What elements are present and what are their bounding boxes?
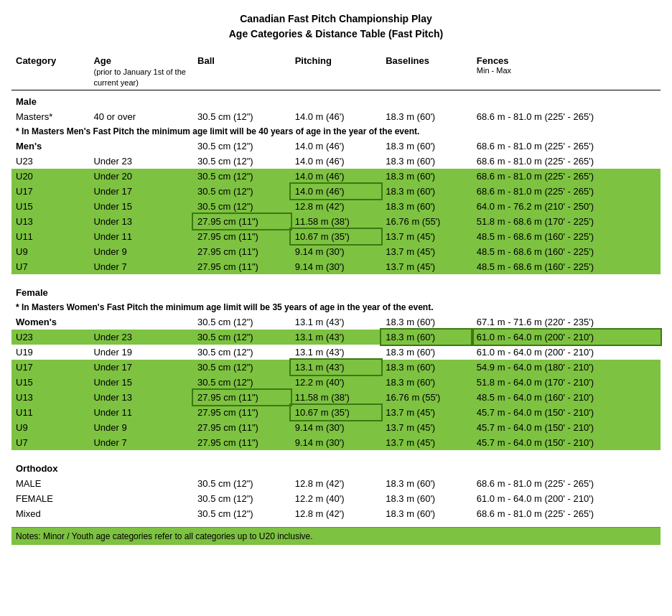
cell-fences: 48.5 m - 68.6 m (160' - 225') [472,229,661,244]
table-row: U17Under 1730.5 cm (12")14.0 m (46')18.3… [11,184,661,199]
table-row: U23Under 2330.5 cm (12")14.0 m (46')18.3… [11,154,661,169]
cell-fences: 45.7 m - 64.0 m (150' - 210') [472,420,661,435]
table-row: U7Under 727.95 cm (11")9.14 m (30')13.7 … [11,259,661,274]
cell-baselines: 16.76 m (55') [381,214,472,229]
table-row: U19Under 1930.5 cm (12")13.1 m (43')18.3… [11,345,661,360]
cell-baselines: 16.76 m (55') [381,390,472,405]
cell-pitching: 10.67 m (35') [291,229,382,244]
cell-category: U7 [11,435,89,450]
cell-fences: 64.0 m - 76.2 m (210' - 250') [472,199,661,214]
cell-baselines: 18.3 m (60') [381,506,472,521]
cell-fences: 67.1 m - 71.6 m (220' - 235') [472,314,661,330]
table-row: U9Under 927.95 cm (11")9.14 m (30')13.7 … [11,244,661,259]
cell-category: U17 [11,360,89,375]
cell-baselines: 18.3 m (60') [381,109,472,124]
header-fences: Fences Min - Max [472,53,661,90]
cell-age: Under 7 [89,259,193,274]
table-row: Masters*40 or over30.5 cm (12")14.0 m (4… [11,109,661,124]
cell-fences: 45.7 m - 64.0 m (150' - 210') [472,405,661,420]
cell-age: Under 7 [89,435,193,450]
header-category: Category [11,53,89,90]
cell-pitching: 12.8 m (42') [291,199,382,214]
cell-category: U9 [11,244,89,259]
notes-row: Notes: Minor / Youth age categories refe… [11,527,661,545]
cell-category: U11 [11,405,89,420]
cell-fences: 68.6 m - 81.0 m (225' - 265') [472,139,661,154]
cell-pitching: 10.67 m (35') [291,405,382,420]
cell-category: U7 [11,259,89,274]
cell-fences: 68.6 m - 81.0 m (225' - 265') [472,109,661,124]
table-row: Women's30.5 cm (12")13.1 m (43')18.3 m (… [11,314,661,330]
table-row: MALE30.5 cm (12")12.8 m (42')18.3 m (60'… [11,476,661,491]
cell-ball: 30.5 cm (12") [193,330,291,345]
cell-fences: 48.5 m - 68.6 m (160' - 225') [472,259,661,274]
cell-category: U17 [11,184,89,199]
cell-baselines: 13.7 m (45') [381,420,472,435]
table-row: U17Under 1730.5 cm (12")13.1 m (43')18.3… [11,360,661,375]
cell-age: Under 17 [89,360,193,375]
cell-age: Under 13 [89,214,193,229]
cell-ball: 30.5 cm (12") [193,360,291,375]
cell-category: Men's [11,139,89,154]
cell-pitching: 13.1 m (43') [291,345,382,360]
cell-pitching: 14.0 m (46') [291,184,382,199]
page-title: Canadian Fast Pitch Championship Play Ag… [11,11,661,42]
cell-category: FEMALE [11,491,89,506]
cell-pitching: 13.1 m (43') [291,330,382,345]
cell-category: U13 [11,214,89,229]
cell-fences: 68.6 m - 81.0 m (225' - 265') [472,476,661,491]
cell-age: 40 or over [89,109,193,124]
cell-fences: 51.8 m - 64.0 m (170' - 210') [472,375,661,390]
section-header: Female [11,281,661,300]
cell-fences: 51.8 m - 68.6 m (170' - 225') [472,214,661,229]
cell-baselines: 13.7 m (45') [381,244,472,259]
cell-ball: 27.95 cm (11") [193,435,291,450]
cell-category: U15 [11,375,89,390]
cell-baselines: 18.3 m (60') [381,375,472,390]
table-row: U15Under 1530.5 cm (12")12.8 m (42')18.3… [11,199,661,214]
cell-age [89,139,193,154]
cell-age: Under 23 [89,154,193,169]
cell-baselines: 18.3 m (60') [381,330,472,345]
cell-ball: 30.5 cm (12") [193,476,291,491]
cell-age: Under 9 [89,244,193,259]
cell-ball: 27.95 cm (11") [193,259,291,274]
cell-pitching: 14.0 m (46') [291,154,382,169]
cell-age [89,314,193,330]
cell-ball: 30.5 cm (12") [193,345,291,360]
cell-age: Under 15 [89,199,193,214]
cell-baselines: 18.3 m (60') [381,184,472,199]
cell-ball: 30.5 cm (12") [193,184,291,199]
cell-ball: 27.95 cm (11") [193,229,291,244]
cell-ball: 30.5 cm (12") [193,506,291,521]
cell-ball: 30.5 cm (12") [193,139,291,154]
spacer [11,450,661,457]
cell-fences: 61.0 m - 64.0 m (200' - 210') [472,330,661,345]
cell-category: Masters* [11,109,89,124]
cell-pitching: 11.58 m (38') [291,214,382,229]
cell-baselines: 13.7 m (45') [381,229,472,244]
cell-category: U20 [11,169,89,184]
table-row: U9Under 927.95 cm (11")9.14 m (30')13.7 … [11,420,661,435]
cell-pitching: 9.14 m (30') [291,420,382,435]
cell-category: U9 [11,420,89,435]
cell-category: U23 [11,330,89,345]
cell-ball: 27.95 cm (11") [193,405,291,420]
cell-pitching: 13.1 m (43') [291,314,382,330]
header-baselines: Baselines [381,53,472,90]
cell-age [89,506,193,521]
cell-pitching: 14.0 m (46') [291,169,382,184]
cell-pitching: 12.8 m (42') [291,476,382,491]
cell-age: Under 17 [89,184,193,199]
cell-category: Mixed [11,506,89,521]
cell-pitching: 14.0 m (46') [291,109,382,124]
cell-ball: 27.95 cm (11") [193,390,291,405]
main-table: Category Age (prior to January 1st of th… [11,53,661,545]
spacer [11,521,661,527]
cell-baselines: 18.3 m (60') [381,360,472,375]
cell-pitching: 14.0 m (46') [291,139,382,154]
cell-age: Under 20 [89,169,193,184]
table-header: Category Age (prior to January 1st of th… [11,53,661,90]
cell-fences: 68.6 m - 81.0 m (225' - 265') [472,184,661,199]
cell-fences: 68.6 m - 81.0 m (225' - 265') [472,506,661,521]
